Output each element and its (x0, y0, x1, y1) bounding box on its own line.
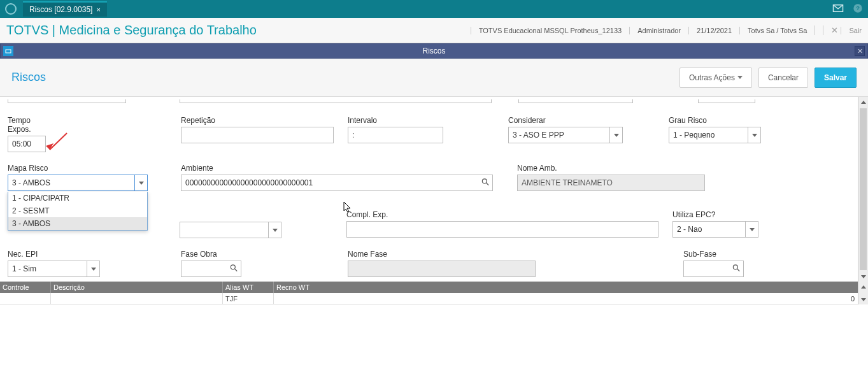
scroll-down-icon[interactable] (858, 271, 868, 282)
other-actions-label: Outras Ações (689, 73, 735, 82)
utiliza-epc-label: Utiliza EPC? (672, 210, 758, 219)
search-icon[interactable] (481, 178, 490, 189)
user-label: Administrador (629, 27, 681, 34)
considerar-select[interactable]: 3 - ASO E PPP (508, 127, 623, 143)
window-close-icon[interactable]: ✕ (855, 46, 865, 56)
save-label: Salvar (824, 73, 847, 82)
top-bar: Riscos [02.9.0035] × ? (0, 0, 868, 18)
panel-title: Riscos (11, 71, 46, 84)
col-alias[interactable]: Alias WT (223, 282, 274, 293)
bottom-grid: Controle Descrição Alias WT Recno WT TJF… (0, 282, 868, 304)
hidden-select-stub[interactable] (180, 222, 281, 238)
col-descricao[interactable]: Descrição (51, 282, 223, 293)
nome-amb-value: AMBIENTE TREINAMETO (517, 175, 705, 191)
chevron-down-icon (737, 76, 743, 79)
grid-scrollbar[interactable] (858, 282, 868, 304)
mail-icon[interactable] (832, 4, 844, 15)
nome-fase-value (348, 261, 536, 277)
grid-header: Controle Descrição Alias WT Recno WT (0, 282, 868, 293)
tab-riscos[interactable]: Riscos [02.9.0035] × (23, 1, 107, 17)
svg-line-10 (737, 269, 740, 271)
scroll-up-icon[interactable] (858, 97, 868, 107)
save-button[interactable]: Salvar (815, 68, 857, 88)
search-icon[interactable] (732, 264, 741, 275)
nec-epi-label: Nec. EPI (8, 250, 100, 259)
panel-header: Riscos Outras Ações Cancelar Salvar (0, 59, 868, 97)
considerar-value: 3 - ASO E PPP (513, 131, 564, 140)
col-controle[interactable]: Controle (0, 282, 51, 293)
utiliza-epc-value: 2 - Nao (677, 225, 702, 234)
form-scrollbar[interactable] (858, 97, 868, 282)
cancel-button[interactable]: Cancelar (758, 68, 808, 88)
search-icon[interactable] (229, 264, 238, 275)
svg-point-7 (231, 265, 235, 269)
svg-point-5 (482, 179, 487, 183)
chevron-down-icon (748, 127, 760, 143)
fase-obra-label: Fase Obra (181, 250, 241, 259)
cancel-label: Cancelar (768, 73, 799, 82)
col-recno[interactable]: Recno WT (274, 282, 868, 293)
svg-rect-2 (6, 50, 11, 53)
sub-fase-input[interactable] (683, 261, 744, 277)
app-logo-icon (5, 3, 17, 15)
ambiente-label: Ambiente (181, 164, 493, 173)
env-label: TOTVS Educacional MSSQL Protheus_12133 (471, 27, 622, 34)
considerar-label: Considerar (508, 116, 623, 125)
mapa-risco-value: 3 - AMBOS (12, 178, 50, 187)
scroll-up-icon[interactable] (858, 282, 868, 292)
grau-risco-select[interactable]: 1 - Pequeno (669, 127, 761, 143)
app-title: TOTVS | Medicina e Segurança do Trabalho (6, 23, 257, 38)
chevron-down-icon (134, 175, 147, 190)
cell-descricao (51, 293, 223, 304)
tab-label: Riscos [02.9.0035] (29, 5, 92, 14)
window-title-text: Riscos (422, 47, 445, 55)
table-row[interactable]: TJF 0 (0, 293, 868, 304)
cell-alias: TJF (223, 293, 274, 304)
mapa-risco-select[interactable]: 3 - AMBOS (8, 175, 148, 191)
cell-controle (0, 293, 51, 304)
grau-risco-label: Grau Risco (669, 116, 761, 125)
scroll-down-icon[interactable] (858, 294, 868, 304)
svg-text:?: ? (856, 5, 860, 11)
grau-risco-value: 1 - Pequeno (673, 131, 715, 140)
sub-fase-label: Sub-Fase (683, 250, 744, 259)
compl-exp-input[interactable] (346, 221, 658, 238)
exit-button[interactable]: ✕ Sair (815, 25, 862, 35)
mapa-risco-option-2[interactable]: 2 - SESMT (8, 204, 147, 217)
nec-epi-select[interactable]: 1 - Sim (8, 261, 100, 277)
other-actions-button[interactable]: Outras Ações (679, 68, 752, 88)
company-label: Totvs Sa / Totvs Sa (739, 27, 807, 34)
window-title-bar: Riscos ✕ (0, 43, 868, 59)
mapa-risco-option-3[interactable]: 3 - AMBOS (8, 217, 147, 230)
fase-obra-input[interactable] (181, 261, 241, 277)
compl-exp-label: Compl. Exp. (346, 210, 658, 219)
form-area: Tempo Expos. 05:00 Repetição Intervalo :… (0, 97, 868, 282)
tempo-expos-input[interactable]: 05:00 (8, 136, 46, 152)
window-menu-icon[interactable] (3, 46, 13, 56)
date-label: 21/12/2021 (688, 27, 732, 34)
utiliza-epc-select[interactable]: 2 - Nao (672, 221, 758, 238)
nome-amb-label: Nome Amb. (517, 164, 705, 173)
close-icon[interactable]: × (96, 6, 100, 13)
svg-point-9 (733, 265, 737, 269)
nome-fase-label: Nome Fase (348, 250, 536, 259)
svg-line-6 (487, 183, 489, 185)
cell-recno: 0 (274, 293, 868, 304)
repeticao-label: Repetição (181, 116, 334, 125)
mapa-risco-option-1[interactable]: 1 - CIPA/CIPATR (8, 192, 147, 204)
intervalo-label: Intervalo (348, 116, 443, 125)
sub-header: TOTVS | Medicina e Segurança do Trabalho… (0, 18, 868, 43)
ambiente-value: 000000000000000000000000000001 (185, 178, 313, 187)
nec-epi-value: 1 - Sim (12, 264, 36, 273)
exit-label: Sair (841, 27, 862, 34)
help-icon[interactable]: ? (853, 3, 863, 15)
chevron-down-icon (609, 127, 622, 143)
tempo-expos-label: Tempo Expos. (8, 116, 46, 134)
repeticao-input[interactable] (181, 127, 334, 143)
intervalo-input[interactable]: : (348, 127, 443, 143)
chevron-down-icon (745, 222, 758, 237)
mapa-risco-dropdown: 1 - CIPA/CIPATR 2 - SESMT 3 - AMBOS (8, 192, 148, 231)
close-icon: ✕ (823, 25, 838, 35)
ambiente-input[interactable]: 000000000000000000000000000001 (181, 175, 493, 191)
mapa-risco-label: Mapa Risco (8, 164, 148, 173)
